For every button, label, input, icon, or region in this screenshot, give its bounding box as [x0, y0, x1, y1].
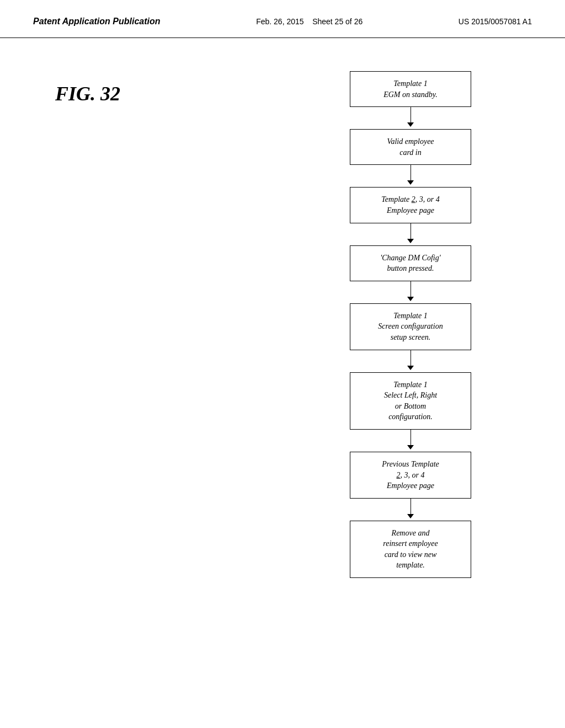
- header-patent: US 2015/0057081 A1: [459, 17, 532, 26]
- flow-arrow-3: [407, 223, 414, 245]
- flow-arrow-5: [407, 350, 414, 372]
- flow-arrow-4: [407, 281, 414, 303]
- flow-box-2: Valid employeecard in: [350, 129, 471, 165]
- flow-box-5: Template 1Screen configurationsetup scre…: [350, 303, 471, 350]
- main-content: FIG. 32 Template 1EGM on standby. Valid …: [0, 38, 565, 600]
- flowchart: Template 1EGM on standby. Valid employee…: [333, 71, 488, 578]
- flow-box-6: Template 1Select Left, Rightor Bottomcon…: [350, 372, 471, 430]
- header-date: Feb. 26, 2015 Sheet 25 of 26: [256, 17, 363, 26]
- flow-box-1: Template 1EGM on standby.: [350, 71, 471, 107]
- flow-box-8: Remove andreinsert employeecard to view …: [350, 521, 471, 578]
- flow-arrow-2: [407, 165, 414, 187]
- figure-label: FIG. 32: [55, 82, 120, 105]
- flow-arrow-6: [407, 430, 414, 452]
- flow-box-7: Previous Template2, 3, or 4Employee page: [350, 452, 471, 499]
- header-title: Patent Application Publication: [33, 17, 161, 26]
- flow-box-4: 'Change DM Cofig'button pressed.: [350, 245, 471, 281]
- flow-arrow-7: [407, 499, 414, 521]
- page-header: Patent Application Publication Feb. 26, …: [0, 0, 565, 38]
- flow-box-3: Template 2, 3, or 4Employee page: [350, 187, 471, 223]
- flow-arrow-1: [407, 107, 414, 129]
